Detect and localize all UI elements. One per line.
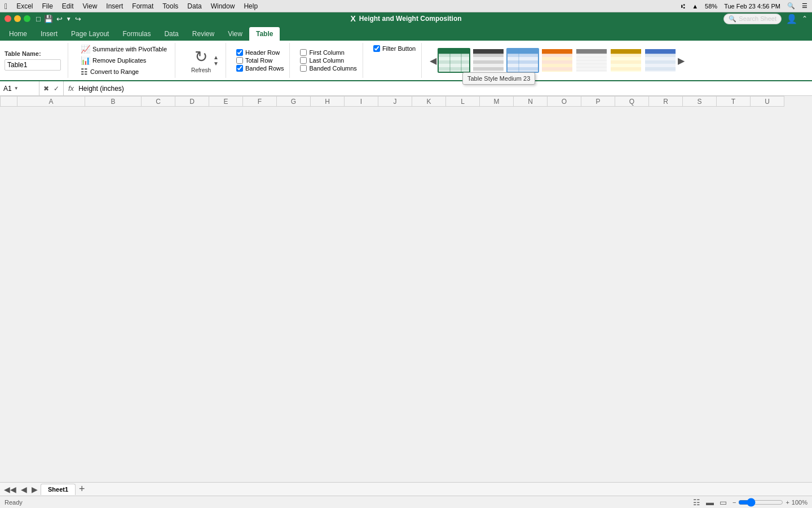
col-header-N[interactable]: N [514,97,548,107]
zoom-level-display: 100% [792,499,807,506]
col-header-S[interactable]: S [683,97,717,107]
tab-view[interactable]: View [221,27,249,41]
style-swatches [438,48,677,73]
collapse-icon[interactable]: ⌃ [802,15,807,23]
col-header-D[interactable]: D [175,97,209,107]
zoom-in-icon[interactable]: + [785,499,789,506]
style-swatch-6[interactable] [610,48,642,73]
col-header-F[interactable]: F [243,97,277,107]
tab-formulas[interactable]: Formulas [116,27,157,41]
col-header-O[interactable]: O [548,97,581,107]
gallery-next-icon[interactable]: ▶ [677,55,686,66]
col-header-H[interactable]: H [311,97,345,107]
col-header-E[interactable]: E [209,97,243,107]
menu-view[interactable]: View [83,2,98,10]
last-column-checkbox[interactable]: Last Column [300,57,344,64]
cancel-formula-button[interactable]: ✖ [42,85,51,93]
col-header-U[interactable]: U [751,97,784,107]
convert-to-range-button[interactable]: ☷ Convert to Range [78,67,141,77]
confirm-formula-button[interactable]: ✓ [52,85,61,93]
apple-menu[interactable]:  [5,2,7,11]
col-header-I[interactable]: I [345,97,378,107]
menu-data[interactable]: Data [187,2,201,10]
style-tooltip: Table Style Medium 23 [462,72,535,85]
minimize-button[interactable] [14,15,21,22]
menu-tools[interactable]: Tools [162,2,178,10]
col-header-G[interactable]: G [277,97,311,107]
svg-rect-22 [508,64,539,67]
zoom-out-icon[interactable]: − [732,499,736,506]
remove-duplicates-button[interactable]: 📊 Remove Duplicates [78,55,148,65]
menu-format[interactable]: Format [132,2,153,10]
style-swatch-3[interactable] [506,48,539,73]
sheet-nav-prev[interactable]: ◀ [19,485,29,494]
style-swatch-5[interactable] [575,48,608,73]
page-break-icon[interactable]: ▭ [720,498,727,507]
fullscreen-icon[interactable]: □ [36,15,41,23]
col-header-P[interactable]: P [581,97,615,107]
table-name-input[interactable] [5,59,61,71]
style-swatch-2[interactable] [472,48,505,73]
undo-dropdown-icon[interactable]: ▼ [66,16,72,22]
tab-review[interactable]: Review [186,27,221,41]
status-bar: Ready ☷ ▬ ▭ − + 100% [0,496,812,508]
refresh-button[interactable]: ↻ Refresh [187,45,215,76]
undo-icon[interactable]: ↩ [56,15,63,23]
menu-file[interactable]: File [42,2,52,10]
header-row-checkbox[interactable]: Header Row [236,49,280,56]
col-header-T[interactable]: T [717,97,751,107]
col-header-M[interactable]: M [480,97,514,107]
normal-view-icon[interactable]: ☷ [693,498,700,507]
filter-button-checkbox[interactable]: Filter Button [373,45,416,52]
menu-help[interactable]: Help [244,2,258,10]
first-column-checkbox[interactable]: First Column [300,49,344,56]
col-header-K[interactable]: K [412,97,446,107]
cell-reference-box: A1 ▼ [0,81,39,95]
excel-logo-icon: X [350,14,355,23]
col-header-L[interactable]: L [446,97,480,107]
style-swatch-4[interactable] [541,48,573,73]
menu-edit[interactable]: Edit [62,2,74,10]
col-header-A[interactable]: A [17,97,85,107]
sheet-nav-first[interactable]: ◀◀ [2,485,18,494]
menu-window[interactable]: Window [211,2,235,10]
tab-page-layout[interactable]: Page Layout [64,27,116,41]
redo-icon[interactable]: ↪ [75,15,81,23]
svg-rect-45 [611,57,642,60]
col-header-C[interactable]: C [142,97,175,107]
banded-rows-checkbox[interactable]: Banded Rows [236,65,284,72]
menu-excel[interactable]: Excel [16,2,33,10]
grid-wrapper[interactable]: ABCDEFGHIJKLMNOPQRSTU [0,96,812,482]
summarize-pivot-button[interactable]: 📈 Summarize with PivotTable [78,44,169,54]
profile-icon[interactable]: 👤 [786,14,797,24]
tab-home[interactable]: Home [2,27,34,41]
refresh-dropdown-icon2[interactable]: ▼ [213,60,219,67]
banded-columns-checkbox[interactable]: Banded Columns [300,65,356,72]
style-swatch-1[interactable] [438,48,470,73]
page-layout-icon[interactable]: ▬ [706,498,714,507]
cell-ref-dropdown-icon[interactable]: ▼ [14,86,19,91]
zoom-slider[interactable] [738,498,783,507]
tab-table[interactable]: Table [249,27,280,41]
col-header-Q[interactable]: Q [615,97,649,107]
style-swatch-7[interactable] [644,48,677,73]
refresh-dropdown-icon[interactable]: ▲ [213,54,219,60]
tab-data[interactable]: Data [157,27,185,41]
spotlight-icon[interactable]: 🔍 [787,2,795,10]
menu-insert[interactable]: Insert [106,2,123,10]
col-header-B[interactable]: B [85,97,142,107]
sheet-nav-next[interactable]: ▶ [30,485,39,494]
total-row-checkbox[interactable]: Total Row [236,57,272,64]
col-header-R[interactable]: R [649,97,683,107]
duplicates-icon: 📊 [81,56,90,65]
maximize-button[interactable] [24,15,30,22]
save-icon[interactable]: 💾 [44,15,53,23]
col-header-J[interactable]: J [378,97,412,107]
add-sheet-button[interactable]: + [77,483,87,495]
close-button[interactable] [5,15,11,22]
gallery-prev-icon[interactable]: ◀ [429,55,438,66]
tab-insert[interactable]: Insert [34,27,64,41]
search-bar[interactable]: 🔍 Search Sheet [723,14,782,24]
sheet-tab-sheet1[interactable]: Sheet1 [41,484,76,495]
control-center-icon[interactable]: ☰ [802,2,807,10]
